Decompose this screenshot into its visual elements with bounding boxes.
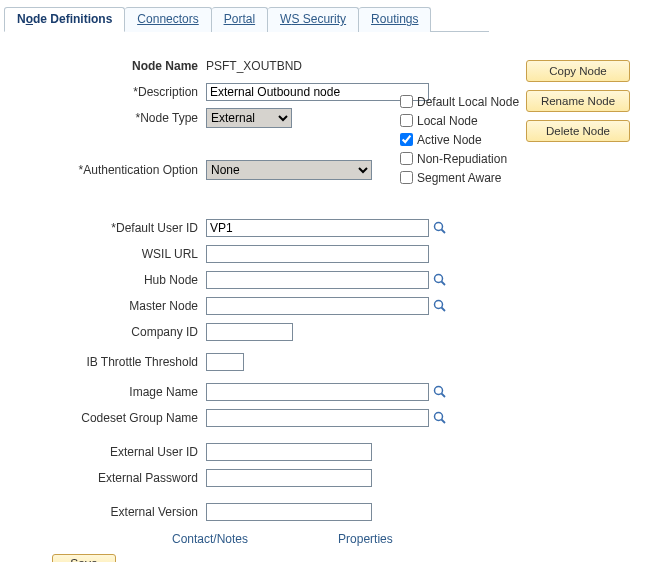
input-hub-node[interactable] xyxy=(206,271,429,289)
tab-label-part: outings xyxy=(380,12,419,26)
svg-point-4 xyxy=(435,301,443,309)
lookup-icon[interactable] xyxy=(433,299,447,313)
svg-point-6 xyxy=(435,387,443,395)
label-hub-node: Hub Node xyxy=(0,273,206,287)
tab-label-part: onnectors xyxy=(146,12,199,26)
label-ext-user-id: External User ID xyxy=(0,445,206,459)
checkbox-non-repudiation[interactable] xyxy=(400,152,413,165)
label-company-id: Company ID xyxy=(0,325,206,339)
svg-point-2 xyxy=(435,275,443,283)
input-wsil-url[interactable] xyxy=(206,245,429,263)
tab-label-part: R xyxy=(371,12,380,26)
tab-ws-security[interactable]: WS Security xyxy=(268,7,359,32)
tab-label-part: de Definitions xyxy=(33,12,112,26)
input-image-name[interactable] xyxy=(206,383,429,401)
svg-point-0 xyxy=(435,223,443,231)
input-ext-version[interactable] xyxy=(206,503,372,521)
link-properties[interactable]: Properties xyxy=(338,532,393,546)
label-master-node: Master Node xyxy=(0,299,206,313)
tab-label-part: S Security xyxy=(291,12,346,26)
tab-bar: Node Definitions Connectors Portal WS Se… xyxy=(4,6,489,32)
checkbox-label: Segment Aware xyxy=(417,171,502,185)
svg-line-5 xyxy=(442,308,446,312)
checkbox-label: Default Local Node xyxy=(417,95,519,109)
input-description[interactable] xyxy=(206,83,429,101)
svg-point-8 xyxy=(435,413,443,421)
svg-line-3 xyxy=(442,282,446,286)
svg-line-9 xyxy=(442,420,446,424)
lookup-icon[interactable] xyxy=(433,411,447,425)
input-codeset-group[interactable] xyxy=(206,409,429,427)
svg-line-7 xyxy=(442,394,446,398)
tab-label-part: P xyxy=(224,12,232,26)
label-description: *Description xyxy=(0,85,206,99)
label-auth-option: *Authentication Option xyxy=(0,163,206,177)
select-auth-option[interactable]: None xyxy=(206,160,372,180)
tab-label-part: C xyxy=(137,12,146,26)
tab-label-part: N xyxy=(17,12,26,26)
tab-portal[interactable]: Portal xyxy=(212,7,268,32)
tab-node-definitions[interactable]: Node Definitions xyxy=(4,7,125,32)
label-ext-version: External Version xyxy=(0,505,206,519)
label-ext-password: External Password xyxy=(0,471,206,485)
label-wsil-url: WSIL URL xyxy=(0,247,206,261)
input-master-node[interactable] xyxy=(206,297,429,315)
input-company-id[interactable] xyxy=(206,323,293,341)
tab-label-part: W xyxy=(280,12,291,26)
input-ext-password[interactable] xyxy=(206,469,372,487)
label-node-name: Node Name xyxy=(0,59,206,73)
tab-routings[interactable]: Routings xyxy=(359,7,431,32)
bottom-links: Contact/Notes Properties xyxy=(172,532,520,546)
checkbox-label: Local Node xyxy=(417,114,478,128)
lookup-icon[interactable] xyxy=(433,221,447,235)
tab-label-part: o xyxy=(26,12,33,26)
tab-connectors[interactable]: Connectors xyxy=(125,7,211,32)
checkbox-label: Non-Repudiation xyxy=(417,152,507,166)
copy-node-button[interactable]: Copy Node xyxy=(526,60,630,82)
svg-line-1 xyxy=(442,230,446,234)
lookup-icon[interactable] xyxy=(433,273,447,287)
lookup-icon[interactable] xyxy=(433,385,447,399)
value-node-name: PSFT_XOUTBND xyxy=(206,59,302,73)
label-codeset-group: Codeset Group Name xyxy=(0,411,206,425)
checkbox-active-node[interactable] xyxy=(400,133,413,146)
checkbox-segment-aware[interactable] xyxy=(400,171,413,184)
label-image-name: Image Name xyxy=(0,385,206,399)
label-ib-throttle: IB Throttle Threshold xyxy=(0,355,206,369)
select-node-type[interactable]: External xyxy=(206,108,292,128)
input-default-user-id[interactable] xyxy=(206,219,429,237)
input-ib-throttle[interactable] xyxy=(206,353,244,371)
checkbox-default-local-node[interactable] xyxy=(400,95,413,108)
label-default-user-id: *Default User ID xyxy=(0,221,206,235)
link-contact-notes[interactable]: Contact/Notes xyxy=(172,532,248,546)
label-node-type: *Node Type xyxy=(0,111,206,125)
checkbox-label: Active Node xyxy=(417,133,482,147)
checkbox-column: Default Local Node Local Node Active Nod… xyxy=(400,92,600,187)
checkbox-local-node[interactable] xyxy=(400,114,413,127)
input-ext-user-id[interactable] xyxy=(206,443,372,461)
tab-label-part: ortal xyxy=(232,12,255,26)
save-button[interactable]: Save xyxy=(52,554,116,562)
